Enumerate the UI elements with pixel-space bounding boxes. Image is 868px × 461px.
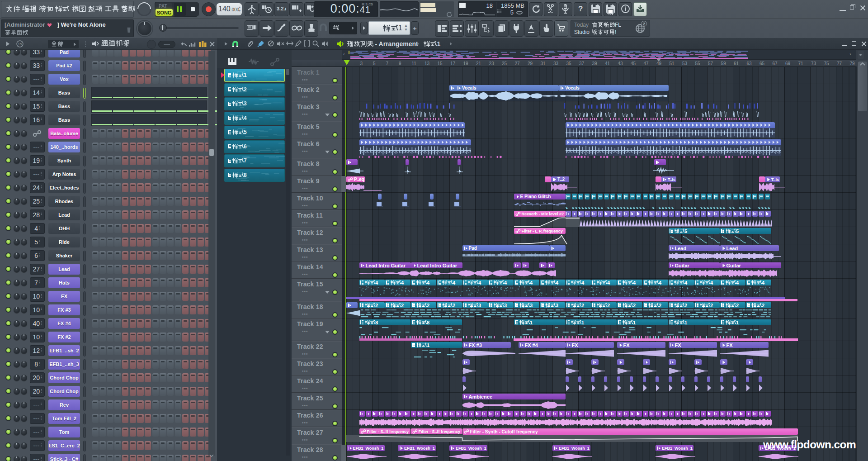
svg-text:15: 15 — [18, 42, 22, 46]
